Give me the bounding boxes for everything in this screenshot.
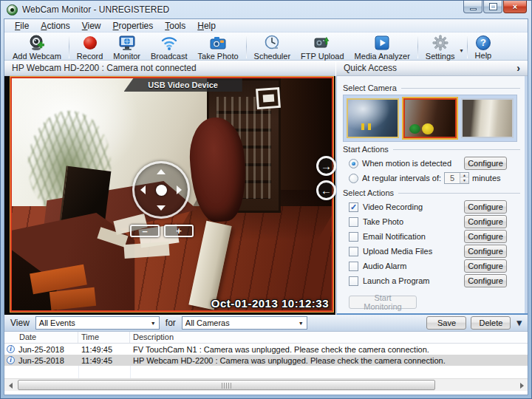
menu-file[interactable]: File: [9, 20, 35, 32]
settings-button[interactable]: Settings: [420, 33, 460, 61]
toolbar-separator: [417, 35, 418, 58]
horizontal-scrollbar[interactable]: [4, 378, 528, 391]
dropdown-arrow-icon[interactable]: ▼: [148, 317, 159, 329]
scroll-left-icon: [9, 383, 13, 389]
take-photo-button[interactable]: Take Photo: [193, 33, 244, 60]
configure-upload-button[interactable]: Configure: [464, 245, 507, 258]
camera-icon: [208, 34, 228, 52]
expand-events-icon[interactable]: ▾: [516, 319, 522, 327]
audio-alarm-checkbox[interactable]: [349, 262, 358, 271]
quick-access-title: Quick Access: [344, 63, 397, 73]
menu-help[interactable]: Help: [191, 20, 222, 32]
configure-take-photo-button[interactable]: Configure: [464, 215, 507, 228]
check-icon: ✓: [350, 202, 357, 211]
column-grid-line: [130, 366, 131, 378]
spinner-down-icon[interactable]: ▼: [460, 178, 468, 183]
toolbar: Add Webcam Record: [4, 33, 528, 61]
media-analyzer-button[interactable]: Media Analyzer: [349, 33, 415, 60]
camera-thumbnail-3[interactable]: [461, 98, 514, 138]
configure-audio-alarm-button[interactable]: Configure: [464, 259, 507, 273]
zoom-in-button[interactable]: +: [164, 225, 194, 237]
record-button[interactable]: Record: [72, 33, 108, 60]
regular-intervals-radio[interactable]: [349, 174, 358, 183]
settings-dropdown-icon[interactable]: ▾: [460, 47, 463, 54]
view-label: View: [10, 318, 30, 328]
motion-detected-radio[interactable]: [349, 159, 358, 168]
close-button[interactable]: ×: [503, 1, 527, 13]
column-description[interactable]: Description: [130, 332, 528, 343]
ftp-upload-button[interactable]: FTP Upload: [296, 33, 349, 60]
toolbar-separator: [69, 35, 69, 58]
upload-media-checkbox[interactable]: [349, 247, 358, 256]
event-row[interactable]: i Jun-25-2018 11:49:45 HP Webcam HD-2200…: [4, 355, 528, 366]
help-icon: ?: [476, 35, 491, 50]
column-time[interactable]: Time: [78, 332, 130, 343]
pan-down-icon[interactable]: [157, 205, 166, 211]
pan-center-icon[interactable]: [156, 185, 167, 196]
window-content: File Actions View Properties Tools Help: [4, 18, 528, 395]
scroll-left-button[interactable]: [4, 380, 16, 391]
title-bar[interactable]: WebCam Monitor - UNREGISTERED ×: [1, 1, 531, 18]
collapse-panel-icon[interactable]: ›: [516, 62, 520, 74]
gear-icon: [432, 34, 449, 52]
video-recording-checkbox[interactable]: ✓: [349, 202, 358, 212]
pan-tilt-control[interactable]: [132, 161, 190, 219]
camera-thumbnail-strip: [343, 95, 517, 142]
previous-camera-button[interactable]: ←: [316, 180, 336, 200]
webcam-add-icon: [27, 34, 47, 52]
save-button[interactable]: Save: [426, 316, 466, 330]
minimize-button[interactable]: [463, 1, 482, 13]
camera-status-text: HP Webcam HD-2200 : Camera not connected: [12, 63, 197, 73]
menu-actions[interactable]: Actions: [35, 20, 75, 32]
next-camera-button[interactable]: →: [316, 156, 336, 176]
maximize-button[interactable]: [483, 1, 502, 13]
configure-launch-program-button[interactable]: Configure: [464, 274, 507, 287]
email-notification-label: Email Notification: [363, 232, 426, 241]
camera-filter-select[interactable]: All Cameras ▼: [182, 316, 307, 330]
scheduler-button[interactable]: Scheduler: [249, 33, 296, 60]
broadcast-button[interactable]: Broadcast: [146, 33, 193, 60]
zoom-out-button[interactable]: –: [130, 225, 160, 237]
event-row[interactable]: i Jun-25-2018 11:49:45 FV TouchCam N1 : …: [4, 344, 528, 355]
video-timestamp: Oct-01-2013 10:12:33: [211, 297, 329, 310]
pan-right-icon[interactable]: [177, 185, 182, 194]
status-dot-yellow: [422, 123, 434, 134]
event-type-select[interactable]: All Events ▼: [35, 316, 160, 330]
scroll-right-button[interactable]: [516, 380, 528, 391]
interval-spinner[interactable]: 5 ▲ ▼: [444, 172, 469, 184]
email-notification-checkbox[interactable]: [349, 232, 358, 242]
delete-button[interactable]: Delete: [471, 316, 511, 330]
menu-properties[interactable]: Properties: [107, 20, 160, 32]
menu-tools[interactable]: Tools: [159, 20, 191, 32]
configure-email-button[interactable]: Configure: [464, 230, 507, 243]
tool-label: Take Photo: [198, 52, 239, 61]
camera-thumbnail-2-selected[interactable]: [403, 98, 456, 138]
take-photo-checkbox[interactable]: [349, 217, 358, 227]
add-webcam-button[interactable]: Add Webcam: [7, 33, 66, 60]
pan-left-icon[interactable]: [140, 185, 146, 194]
video-pane: USB Video Device – + → ← Oct-01-2013 10:…: [4, 76, 335, 315]
menu-bar: File Actions View Properties Tools Help: [4, 19, 528, 33]
help-button[interactable]: ? Help: [470, 33, 497, 60]
monitor-button[interactable]: Monitor: [108, 33, 146, 60]
event-type-value: All Events: [39, 318, 148, 327]
launch-program-checkbox[interactable]: [349, 276, 358, 286]
interval-value[interactable]: 5: [445, 173, 460, 183]
configure-video-recording-button[interactable]: Configure: [464, 200, 507, 214]
scrollbar-thumb[interactable]: [18, 380, 435, 390]
camera-preview[interactable]: USB Video Device – + → ← Oct-01-2013 10:…: [10, 77, 333, 312]
pan-up-icon[interactable]: [157, 169, 166, 174]
scroll-right-icon: [520, 383, 524, 389]
configure-motion-button[interactable]: Configure: [464, 157, 507, 170]
dropdown-arrow-icon[interactable]: ▼: [296, 317, 307, 329]
quick-access-header[interactable]: Quick Access ›: [336, 61, 528, 76]
start-actions-label: Start Actions: [343, 145, 520, 154]
column-date[interactable]: Date: [16, 332, 78, 343]
spinner-up-icon[interactable]: ▲: [460, 173, 468, 178]
menu-view[interactable]: View: [76, 20, 107, 32]
camera-thumbnail-1[interactable]: [347, 98, 399, 138]
start-monitoring-button[interactable]: Start Monitoring: [349, 296, 417, 309]
events-list-body: [4, 366, 528, 378]
status-strip: [4, 391, 528, 395]
launch-program-label: Launch a Program: [363, 276, 430, 285]
